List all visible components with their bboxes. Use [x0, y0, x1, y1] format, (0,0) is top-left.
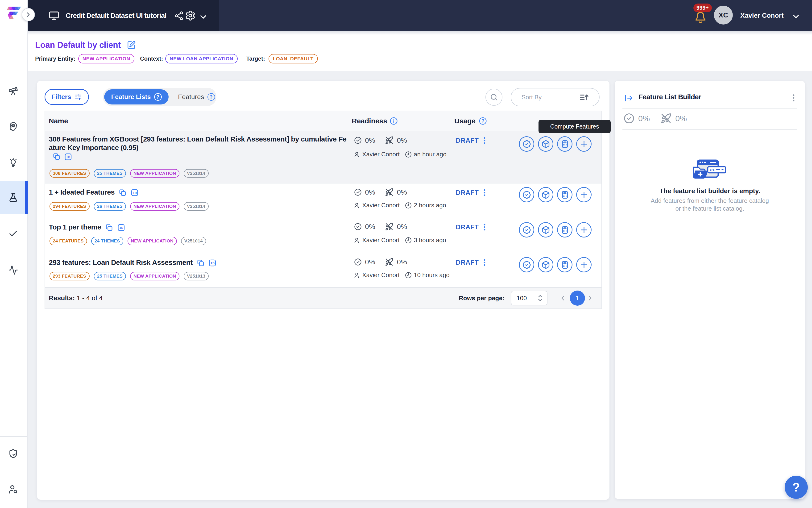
svg-text:ID: ID [133, 191, 137, 195]
svg-text:ID: ID [211, 261, 215, 265]
svg-text:ID: ID [119, 226, 123, 230]
svg-text:ID: ID [66, 156, 70, 159]
svg-text:</>: </> [710, 168, 715, 172]
